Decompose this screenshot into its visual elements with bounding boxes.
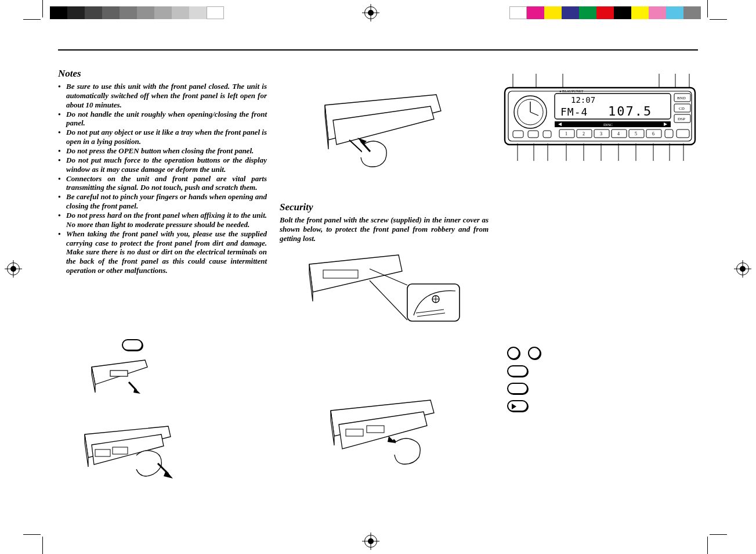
svg-marker-3: [133, 388, 140, 394]
remove-panel-illustration: [81, 423, 174, 487]
swatch: [137, 6, 154, 19]
swatch: [85, 6, 102, 19]
panel-corner-illustration: [87, 357, 151, 403]
security-text: Bolt the front panel with the screw (sup…: [280, 215, 489, 243]
svg-text:5: 5: [635, 131, 637, 136]
swatch: [683, 6, 701, 19]
swatch: [544, 6, 562, 19]
list-item: Do not put any object or use it like a t…: [58, 128, 267, 146]
list-item: Do not put much force to the operation b…: [58, 156, 267, 174]
swatch: [614, 6, 631, 19]
car-stereo-illustration: 12:07 FM-4 107.5 ● BLAUPUNKT DISC BND CD: [501, 74, 699, 167]
svg-rect-41: [513, 131, 523, 138]
list-item: Connectors on the unit and front panel a…: [58, 174, 267, 193]
display-time: 12:07: [571, 95, 595, 105]
svg-line-18: [370, 280, 407, 320]
swatch: [189, 6, 207, 19]
swatch: [596, 6, 614, 19]
registration-mark-icon: [364, 535, 377, 548]
svg-text:4: 4: [617, 131, 620, 136]
svg-rect-64: [677, 129, 689, 138]
list-item: Be careful not to pinch your fingers or …: [58, 192, 267, 211]
pill-button-icon: [507, 383, 528, 394]
svg-text:6: 6: [652, 131, 654, 136]
swatch: [527, 6, 544, 19]
notes-list: Be sure to use this unit with the front …: [58, 82, 267, 275]
attach-panel-illustration: [326, 397, 442, 472]
registration-mark-icon: [7, 262, 20, 275]
round-button-icon: [507, 347, 520, 359]
list-item: Be sure to use this unit with the front …: [58, 82, 267, 110]
svg-rect-19: [407, 284, 460, 321]
swatch: [509, 6, 527, 19]
svg-rect-43: [543, 131, 551, 138]
pill-button-icon: [507, 400, 528, 412]
display-band: FM-4: [560, 106, 588, 118]
registration-mark-icon: [736, 262, 749, 275]
cd-button-label: CD: [679, 106, 685, 111]
security-heading: Security: [280, 202, 489, 213]
swatch: [154, 6, 172, 19]
grayscale-swatch-bar: [50, 6, 224, 19]
swatch: [631, 6, 649, 19]
swatch: [102, 6, 120, 19]
list-item: Do not press hard on the front panel whe…: [58, 211, 267, 229]
svg-text:3: 3: [600, 131, 602, 136]
dsp-button-label: DSP: [678, 117, 685, 121]
svg-rect-45: [555, 121, 671, 127]
svg-text:2: 2: [583, 131, 585, 136]
svg-rect-42: [528, 131, 538, 138]
svg-text:1: 1: [565, 131, 567, 136]
swatch: [207, 6, 224, 19]
color-swatch-bar: [509, 6, 701, 19]
notes-heading: Notes: [58, 68, 267, 80]
pinch-hand-illustration: [320, 91, 448, 184]
disc-label: DISC: [603, 123, 613, 127]
svg-rect-63: [665, 129, 673, 138]
svg-rect-2: [110, 370, 128, 376]
swatch: [562, 6, 579, 19]
round-button-icon: [528, 347, 541, 359]
top-rule: [58, 49, 698, 51]
list-item: When taking the front panel with you, pl…: [58, 229, 267, 275]
swatch: [666, 6, 683, 19]
swatch: [50, 6, 67, 19]
bnd-button-label: BND: [677, 96, 686, 100]
swatch: [120, 6, 137, 19]
registration-mark-icon: [364, 6, 377, 19]
list-item: Do not press the OPEN button when closin…: [58, 146, 267, 156]
swatch: [172, 6, 189, 19]
list-item: Do not handle the unit roughly when open…: [58, 110, 267, 128]
pill-button-icon: [507, 365, 528, 377]
bolt-screw-illustration: [306, 251, 462, 339]
swatch: [579, 6, 596, 19]
brand-label: ● BLAUPUNKT: [559, 89, 584, 93]
display-freq: 107.5: [608, 104, 652, 118]
open-button-icon: [122, 339, 143, 351]
swatch: [67, 6, 85, 19]
swatch: [649, 6, 666, 19]
